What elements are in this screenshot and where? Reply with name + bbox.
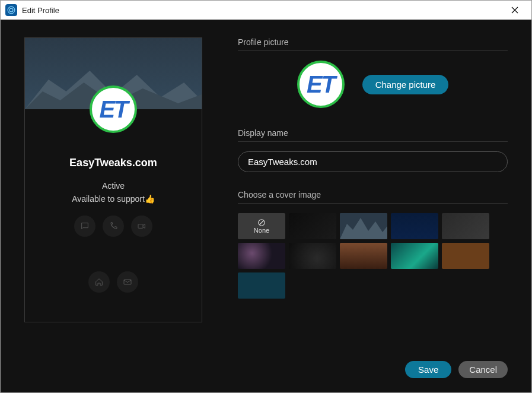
cover-option-dark1[interactable]	[289, 213, 336, 239]
mail-button[interactable]	[117, 271, 138, 293]
cover-option-brown[interactable]	[442, 243, 489, 269]
profile-bio: Available to support👍	[72, 194, 155, 204]
mountain-thumb-graphic	[340, 213, 387, 239]
save-button[interactable]: Save	[405, 361, 451, 378]
profile-actions-secondary	[88, 271, 138, 293]
home-icon	[94, 277, 104, 287]
cover-option-none[interactable]: None	[238, 213, 285, 239]
change-picture-button[interactable]: Change picture	[362, 75, 449, 94]
cover-option-teal[interactable]	[238, 272, 285, 299]
cover-image-label: Choose a cover image	[238, 190, 508, 204]
svg-point-1	[9, 8, 13, 12]
mail-icon	[123, 277, 132, 287]
display-name-input[interactable]	[238, 151, 508, 172]
home-button[interactable]	[88, 271, 110, 293]
dialog-footer: Save Cancel	[24, 350, 508, 378]
avatar-text: ET	[99, 96, 127, 123]
call-button[interactable]	[103, 215, 124, 237]
cover-option-aurora[interactable]	[391, 243, 438, 269]
profile-preview-card: ET EasyTweaks.com Active Available to su…	[24, 37, 202, 322]
titlebar: Edit Profile	[1, 1, 531, 20]
chat-icon	[80, 221, 90, 231]
prohibit-icon	[257, 218, 266, 227]
video-icon	[137, 221, 146, 231]
svg-rect-4	[138, 224, 143, 229]
window-close-button[interactable]	[503, 1, 527, 20]
svg-rect-5	[124, 280, 131, 284]
cancel-button[interactable]: Cancel	[458, 361, 508, 378]
close-icon	[511, 7, 518, 14]
profile-picture-label: Profile picture	[238, 37, 508, 51]
cover-none-label: None	[254, 227, 269, 234]
cover-option-mountain[interactable]	[340, 213, 387, 239]
cover-image-grid: None	[238, 213, 508, 299]
form-avatar: ET	[297, 61, 345, 108]
profile-status: Active	[102, 181, 125, 191]
edit-profile-window: Edit Profile ET EasyTweaks.com Active	[0, 0, 532, 393]
cover-option-dark2[interactable]	[289, 243, 336, 269]
app-icon	[5, 4, 17, 16]
cover-option-navy[interactable]	[391, 213, 438, 239]
display-name-label: Display name	[238, 128, 508, 142]
chat-button[interactable]	[74, 215, 95, 237]
window-title: Edit Profile	[22, 6, 59, 15]
profile-actions-primary	[74, 215, 152, 237]
cover-option-desert[interactable]	[340, 243, 387, 269]
cover-option-grey1[interactable]	[442, 213, 489, 239]
profile-picture-row: ET Change picture	[238, 61, 508, 108]
phone-icon	[109, 221, 118, 231]
profile-form: Profile picture ET Change picture Displa…	[238, 37, 508, 350]
svg-point-0	[8, 7, 15, 14]
cover-option-purple[interactable]	[238, 243, 285, 269]
profile-display-name: EasyTweaks.com	[69, 157, 157, 169]
svg-line-7	[260, 221, 264, 225]
video-button[interactable]	[131, 215, 152, 237]
profile-avatar: ET	[90, 85, 137, 133]
form-avatar-text: ET	[307, 71, 335, 98]
